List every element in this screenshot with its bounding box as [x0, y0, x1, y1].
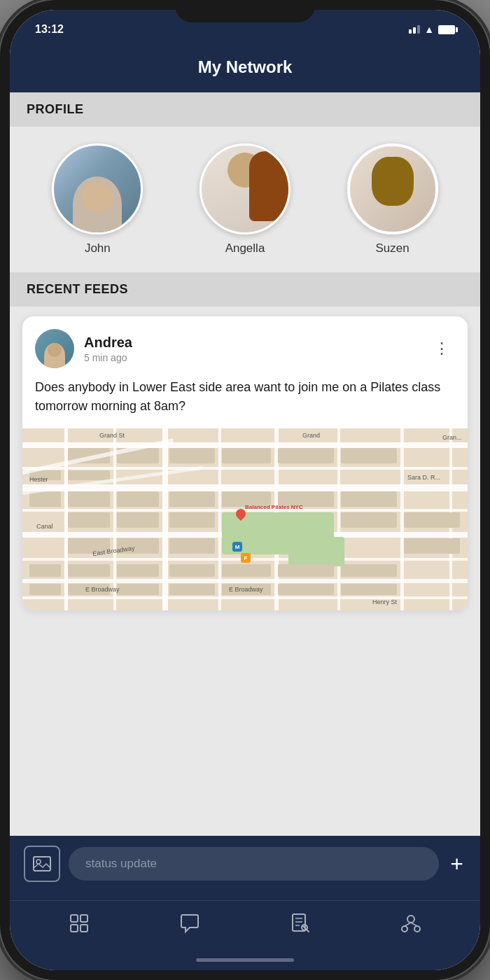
map-street-v2	[113, 428, 116, 610]
map-background: Grand St Grand Hester Canal East Broadwa…	[22, 428, 468, 610]
profile-name-angella: Angella	[225, 241, 265, 255]
signal-bar-3	[417, 25, 420, 34]
profile-item-suzen[interactable]: Suzen	[347, 144, 438, 255]
map-label-e-broadway2: E Broadway	[229, 586, 263, 593]
profile-section: John Angella Suzen	[10, 127, 480, 272]
chat-icon	[178, 912, 201, 934]
app-title: My Network	[198, 57, 293, 76]
map-label-canal: Canal	[36, 523, 53, 530]
svg-rect-0	[34, 857, 50, 871]
svg-point-8	[407, 916, 414, 923]
phone-screen: 13:12 ▲ My Network PROFILE	[10, 10, 480, 970]
signal-bar-1	[409, 29, 412, 34]
svg-rect-3	[80, 915, 88, 922]
status-input[interactable]	[69, 847, 439, 881]
network-icon	[400, 912, 422, 934]
map-label-hester: Hester	[29, 476, 48, 483]
map-street-v4	[218, 428, 221, 610]
map-street-v3	[162, 428, 168, 610]
map-label-park: Sara D. R...	[407, 474, 440, 481]
feed-map[interactable]: Grand St Grand Hester Canal East Broadwa…	[22, 428, 468, 610]
map-label-henry: Henry St	[372, 598, 397, 606]
profile-name-john: John	[85, 241, 111, 255]
profile-name-suzen: Suzen	[376, 241, 410, 255]
avatar-john[interactable]	[52, 144, 143, 234]
avatar-suzen[interactable]	[347, 144, 438, 234]
status-icons: ▲	[409, 24, 455, 35]
signal-bar-2	[413, 27, 416, 34]
feed-user-name: Andrea	[84, 335, 419, 351]
map-metro-icon1: M	[232, 542, 242, 552]
battery-icon	[438, 25, 455, 34]
feed-more-button[interactable]: ⋮	[428, 338, 455, 359]
notes-icon	[289, 912, 312, 934]
feed-time: 5 min ago	[84, 352, 419, 363]
svg-rect-4	[71, 925, 78, 932]
feeds-section-header: RECENT FEEDS	[10, 272, 480, 307]
svg-point-10	[414, 926, 420, 932]
image-icon	[32, 854, 52, 874]
nav-item-notes[interactable]	[278, 908, 323, 939]
map-label-grand1: Grand St	[99, 432, 125, 439]
signal-icon	[409, 25, 420, 34]
map-pin-label: Balanced Pilates NYC	[245, 504, 303, 510]
phone-shell: 13:12 ▲ My Network PROFILE	[0, 0, 490, 980]
svg-rect-6	[293, 914, 305, 931]
home-bar	[196, 958, 294, 962]
avatar-angella[interactable]	[200, 144, 290, 234]
phone-notch	[175, 0, 315, 22]
feed-card: Andrea 5 min ago ⋮ Does anybody in Lower…	[22, 316, 468, 610]
feed-avatar-andrea[interactable]	[35, 329, 74, 368]
nav-item-apps[interactable]	[57, 908, 102, 939]
profile-item-angella[interactable]: Angella	[200, 144, 290, 255]
nav-item-chat[interactable]	[167, 908, 212, 939]
app-header: My Network	[10, 45, 480, 92]
nav-item-network[interactable]	[388, 908, 433, 939]
profile-item-john[interactable]: John	[52, 144, 143, 255]
bottom-area: +	[10, 836, 480, 900]
add-button[interactable]: +	[447, 851, 466, 877]
svg-rect-5	[80, 925, 88, 932]
main-content[interactable]: PROFILE John Angella Suzen	[10, 92, 480, 836]
map-label-grand2: Grand	[302, 432, 320, 439]
bottom-nav	[10, 900, 480, 953]
home-indicator	[10, 953, 480, 970]
feed-card-header: Andrea 5 min ago ⋮	[22, 316, 468, 375]
status-input-row: +	[24, 846, 466, 882]
wifi-icon: ▲	[424, 24, 434, 35]
map-label-e-broadway: E Broadway	[85, 586, 120, 593]
map-street-v6	[337, 428, 340, 610]
map-metro-icon2: F	[241, 553, 251, 563]
feeds-section: Andrea 5 min ago ⋮ Does anybody in Lower…	[10, 307, 480, 630]
status-time: 13:12	[35, 23, 64, 36]
image-icon-button[interactable]	[24, 846, 60, 882]
profile-section-header: PROFILE	[10, 92, 480, 127]
feed-user-info: Andrea 5 min ago	[84, 335, 419, 363]
svg-rect-2	[71, 915, 78, 922]
map-label-grand3: Gran...	[442, 434, 462, 441]
apps-icon	[68, 912, 90, 934]
svg-point-9	[402, 926, 407, 932]
feed-text: Does anybody in Lower East side area wan…	[22, 375, 468, 428]
